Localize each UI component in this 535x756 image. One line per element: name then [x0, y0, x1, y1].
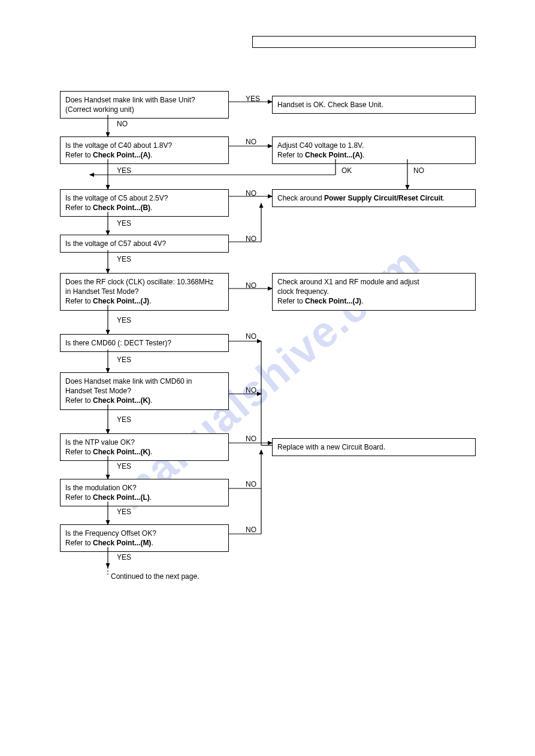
q10-l2c: .: [151, 539, 153, 547]
q8-l2c: .: [150, 448, 152, 456]
lbl-yes-7: YES: [117, 415, 131, 424]
a2-l2c: .: [362, 151, 364, 159]
q5-l1: Does the RF clock (CLK) oscillate: 10.36…: [65, 278, 213, 286]
a2-l2b: Check Point...(A): [305, 151, 362, 159]
lbl-no-a2: NO: [413, 166, 424, 175]
flow-box-q3: Is the voltage of C5 about 2.5V? Refer t…: [60, 189, 229, 217]
q3-l2b: Check Point...(B): [93, 204, 150, 212]
a3-b: Power Supply Circuit/Reset Circuit: [324, 194, 443, 202]
q7-l1: Does Handset make link with CMD60 in: [65, 377, 192, 385]
q4-text: Is the voltage of C57 about 4V?: [65, 239, 166, 248]
a2-l2a: Refer to: [277, 151, 305, 159]
q3-l2c: .: [150, 204, 152, 212]
q9-l2a: Refer to: [65, 493, 93, 502]
lbl-no-4: NO: [246, 235, 256, 243]
q10-l1: Is the Frequency Offset OK?: [65, 529, 156, 538]
flow-box-q9: Is the modulation OK? Refer to Check Poi…: [60, 479, 229, 506]
q8-l2b: Check Point...(K): [93, 448, 150, 456]
q6-text: Is there CMD60 (: DECT Tester)?: [65, 339, 171, 347]
flow-box-q7: Does Handset make link with CMD60 in Han…: [60, 372, 229, 410]
q8-l2a: Refer to: [65, 448, 93, 456]
lbl-continued: Continued to the next page.: [111, 572, 199, 581]
header-box: [252, 36, 476, 48]
lbl-no-9: NO: [246, 480, 256, 488]
q9-l2c: .: [150, 493, 152, 502]
q2-l1: Is the voltage of C40 about 1.8V?: [65, 141, 172, 150]
lbl-no-5: NO: [246, 281, 256, 290]
q7-l3a: Refer to: [65, 396, 93, 405]
flow-box-q6: Is there CMD60 (: DECT Tester)?: [60, 334, 229, 352]
lbl-yes-3: YES: [117, 219, 131, 227]
q5-l3a: Refer to: [65, 297, 93, 305]
a3-pre: Check around: [277, 194, 324, 202]
lbl-yes-1: YES: [246, 95, 260, 103]
q10-l2a: Refer to: [65, 539, 93, 547]
a5-l3a: Refer to: [277, 297, 305, 305]
lbl-no-2: NO: [246, 138, 256, 146]
flow-box-q5: Does the RF clock (CLK) oscillate: 10.36…: [60, 273, 229, 311]
q7-l3b: Check Point...(K): [93, 396, 150, 405]
q8-l1: Is the NTP value OK?: [65, 438, 135, 447]
flow-box-a3: Check around Power Supply Circuit/Reset …: [272, 189, 476, 207]
a3-post: .: [443, 194, 445, 202]
lbl-yes-9: YES: [117, 508, 131, 516]
lbl-yes-10: YES: [117, 553, 131, 561]
q3-l1: Is the voltage of C5 about 2.5V?: [65, 194, 168, 202]
lbl-no-7: NO: [246, 386, 256, 394]
lbl-no-10: NO: [246, 526, 256, 534]
a5-l3c: .: [361, 297, 363, 305]
lbl-no-3: NO: [246, 189, 256, 198]
a5-l2: clock frequency.: [277, 287, 329, 296]
q2-l2b: Check Point...(A): [93, 151, 150, 159]
a5-l1: Check around X1 and RF module and adjust: [277, 278, 419, 286]
a1-text: Handset is OK. Check Base Unit.: [277, 101, 383, 109]
q5-l3c: .: [149, 297, 151, 305]
q7-l2: Handset Test Mode?: [65, 387, 131, 395]
q5-l2: in Handset Test Mode?: [65, 287, 139, 296]
a8-text: Replace with a new Circuit Board.: [277, 443, 385, 451]
lbl-yes-6: YES: [117, 356, 131, 364]
flow-box-q10: Is the Frequency Offset OK? Refer to Che…: [60, 524, 229, 552]
lbl-ok: OK: [341, 166, 352, 175]
flow-box-a1: Handset is OK. Check Base Unit.: [272, 96, 476, 114]
q3-l2a: Refer to: [65, 204, 93, 212]
a5-l3b: Check Point...(J): [305, 297, 361, 305]
flow-box-a8: Replace with a new Circuit Board.: [272, 438, 476, 456]
q9-l2b: Check Point...(L): [93, 493, 150, 502]
lbl-no-1: NO: [117, 120, 128, 128]
q1-text-l1: Does Handset make link with Base Unit?: [65, 96, 195, 104]
lbl-yes-8: YES: [117, 462, 131, 470]
lbl-yes-2: YES: [117, 166, 131, 175]
q2-l2c: .: [150, 151, 152, 159]
flow-box-q2: Is the voltage of C40 about 1.8V? Refer …: [60, 136, 229, 164]
a2-l1: Adjust C40 voltage to 1.8V.: [277, 141, 364, 150]
lbl-yes-5: YES: [117, 316, 131, 324]
lbl-no-6: NO: [246, 332, 256, 341]
q7-l3c: .: [150, 396, 152, 405]
flow-box-a5: Check around X1 and RF module and adjust…: [272, 273, 476, 311]
flow-box-q8: Is the NTP value OK? Refer to Check Poin…: [60, 433, 229, 461]
flow-box-q4: Is the voltage of C57 about 4V?: [60, 235, 229, 253]
q1-text-l2: (Correct working unit): [65, 105, 134, 114]
flow-box-q1: Does Handset make link with Base Unit? (…: [60, 91, 229, 119]
q5-l3b: Check Point...(J): [93, 297, 149, 305]
flow-box-a2: Adjust C40 voltage to 1.8V. Refer to Che…: [272, 136, 476, 164]
lbl-no-8: NO: [246, 435, 256, 443]
lbl-yes-4: YES: [117, 255, 131, 263]
q2-l2a: Refer to: [65, 151, 93, 159]
q10-l2b: Check Point...(M): [93, 539, 151, 547]
q9-l1: Is the modulation OK?: [65, 484, 137, 492]
